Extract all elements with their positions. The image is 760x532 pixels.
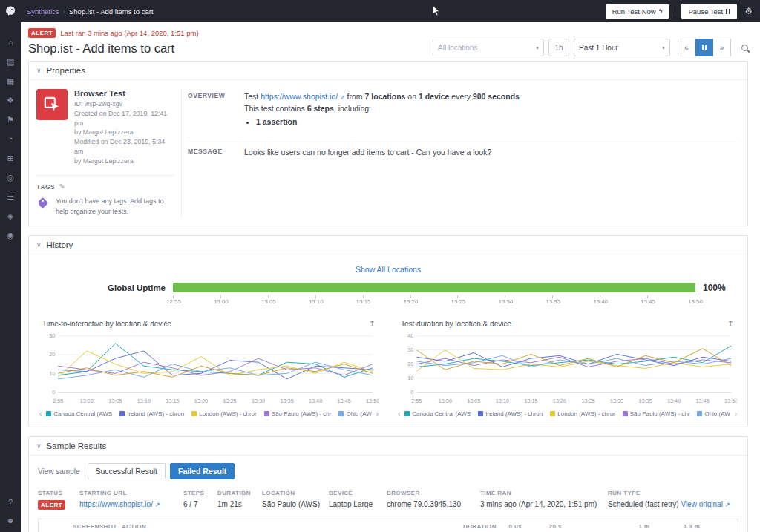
- export-chart-icon[interactable]: ↥: [369, 319, 376, 329]
- breadcrumb-current: Shop.ist - Add items to cart: [69, 7, 154, 16]
- svg-text:2:55: 2:55: [411, 398, 422, 404]
- column-header: SCREENSHOT: [73, 523, 122, 530]
- sidebar-item-monitors-icon[interactable]: ⚑: [4, 114, 17, 125]
- tab-failed-result[interactable]: Failed Result: [170, 463, 235, 479]
- export-chart-icon[interactable]: ↥: [727, 319, 734, 329]
- legend-item[interactable]: Ireland (AWS) - chron: [478, 410, 543, 417]
- pause-test-button[interactable]: Pause Test: [681, 4, 737, 19]
- settings-gear-icon[interactable]: ⚙: [744, 6, 753, 16]
- page-content: ALERT Last ran 3 mins ago (Apr 14, 2020,…: [21, 22, 760, 532]
- show-all-locations-link[interactable]: Show All Locations: [356, 265, 421, 274]
- column-header: ACTION: [122, 523, 380, 530]
- svg-text:30: 30: [49, 332, 55, 339]
- sidebar-item-infrastructure-icon[interactable]: ❖: [4, 95, 17, 106]
- timeline-tick: 13:40: [593, 298, 608, 305]
- svg-text:13:40: 13:40: [309, 398, 322, 404]
- test-duration-chart: 0102030402:5513:0013:0513:1013:1513:2013…: [398, 330, 737, 408]
- sidebar-item-events-icon[interactable]: ▤: [4, 56, 17, 68]
- legend-label: São Paulo (AWS) - chr: [630, 410, 690, 417]
- scale-tick: 0 us: [509, 523, 522, 530]
- svg-text:40: 40: [407, 332, 413, 339]
- timeline-tick: 13:50: [688, 298, 703, 305]
- filter-bar: All locations ▾ 1h Past 1 Hour ▾ « »: [433, 39, 748, 56]
- starting-url-link[interactable]: https://www.shopist.io/ ↗: [79, 500, 160, 508]
- time-back-button[interactable]: «: [678, 39, 695, 56]
- chevron-down-icon: ∨: [36, 442, 42, 450]
- timeline-tick: 13:25: [451, 298, 466, 305]
- legend-swatch: [404, 411, 410, 416]
- sidebar-item-metrics-icon[interactable]: ◔: [4, 134, 17, 145]
- edit-tags-icon[interactable]: ✎: [59, 183, 65, 191]
- sidebar-help-icon[interactable]: ?: [4, 497, 17, 508]
- legend-next-icon[interactable]: ›: [376, 410, 379, 418]
- svg-text:13:45: 13:45: [338, 398, 351, 404]
- run-test-now-button[interactable]: Run Test Now ϟ: [606, 4, 669, 19]
- history-section-header[interactable]: ∨ History: [29, 236, 747, 254]
- sidebar-item-apm-icon[interactable]: ◎: [4, 172, 17, 183]
- legend-prev-icon[interactable]: ‹: [398, 410, 400, 418]
- sidebar-item-dashboards-icon[interactable]: ▦: [4, 76, 17, 87]
- legend-item[interactable]: Canada Central (AWS: [46, 410, 112, 417]
- sidebar-item-integrations-icon[interactable]: ⊞: [4, 153, 17, 164]
- overview-assertion-item: 1 assertion: [256, 116, 520, 128]
- locations-filter-select[interactable]: All locations ▾: [433, 39, 544, 56]
- view-original-link[interactable]: View original ↗: [681, 500, 730, 508]
- svg-text:20: 20: [407, 361, 413, 367]
- sidebar-item-synthetics-icon[interactable]: ◉: [4, 230, 17, 241]
- legend-item[interactable]: London (AWS) - chror: [191, 410, 257, 417]
- sample-results-section-header[interactable]: ∨ Sample Results: [29, 437, 747, 456]
- global-uptime-row: Global Uptime 12:55 13:00 13:05 13:10 13…: [38, 283, 738, 307]
- legend-item[interactable]: Ohio (AWS) - chrome.: [697, 410, 730, 417]
- steps-table: SCREENSHOT ACTION DURATION 0 us 20 s 1 m…: [38, 519, 738, 532]
- test-url-link[interactable]: https://www.shopist.io/ ↗: [261, 92, 345, 101]
- time-forward-button[interactable]: »: [713, 39, 731, 56]
- legend-item[interactable]: London (AWS) - chror: [550, 410, 615, 417]
- column-header: RUN TYPE: [608, 490, 738, 496]
- legend-label: Ireland (AWS) - chron: [485, 410, 543, 417]
- locations-filter-value: All locations: [438, 44, 477, 52]
- column-header: DEVICE: [329, 490, 387, 496]
- legend-next-icon[interactable]: ›: [735, 410, 737, 418]
- result-location: São Paulo (AWS): [262, 500, 329, 508]
- sidebar-bottom-nav: ?☻: [4, 497, 17, 532]
- svg-text:13:15: 13:15: [524, 398, 537, 404]
- sidebar-item-watchdog-icon[interactable]: ⌂: [4, 37, 17, 48]
- sample-results-section-title: Sample Results: [47, 441, 107, 450]
- svg-text:13:05: 13:05: [467, 398, 480, 404]
- search-icon[interactable]: [741, 45, 748, 51]
- duration-chart-panel: Test duration by location & device ↥ 010…: [398, 319, 737, 418]
- message-label: MESSAGE: [188, 146, 235, 158]
- sidebar-item-logs-icon[interactable]: ☰: [4, 191, 17, 203]
- breadcrumb-synthetics-link[interactable]: Synthetics: [27, 7, 59, 16]
- uptime-bar[interactable]: [173, 283, 695, 292]
- legend-label: London (AWS) - chror: [557, 410, 615, 417]
- timeline-tick: 12:55: [166, 298, 181, 305]
- sample-tabs: View sample Successful Result Failed Res…: [38, 463, 738, 479]
- time-shortcut-button[interactable]: 1h: [548, 39, 569, 56]
- legend-item[interactable]: Canada Central (AWS: [404, 410, 471, 417]
- alert-status-badge: ALERT: [28, 28, 56, 38]
- breadcrumb-separator-icon: ›: [63, 7, 65, 16]
- svg-text:13:05: 13:05: [108, 398, 122, 404]
- legend-item[interactable]: Ireland (AWS) - chron: [119, 410, 184, 417]
- tab-successful-result[interactable]: Successful Result: [88, 463, 166, 479]
- tags-block: TAGS ✎ You don't have any tags. Add tags…: [36, 175, 174, 217]
- legend-item[interactable]: São Paulo (AWS) - chr: [623, 410, 690, 417]
- svg-text:13:20: 13:20: [194, 398, 208, 404]
- time-range-select[interactable]: Past 1 Hour ▾: [574, 39, 670, 56]
- column-header: DURATION: [463, 523, 502, 530]
- legend-item[interactable]: São Paulo (AWS) - chr: [264, 410, 332, 417]
- chevron-down-icon: ∨: [36, 241, 42, 249]
- properties-section: ∨ Properties Br: [28, 61, 748, 226]
- svg-text:13:35: 13:35: [280, 398, 293, 404]
- sidebar-item-security-icon[interactable]: ◈: [4, 211, 17, 222]
- created-by: by Margot Lepizzera: [74, 128, 174, 137]
- legend-item[interactable]: Ohio (AWS) - chrome.: [338, 410, 371, 417]
- topbar-divider: [675, 6, 675, 16]
- timeline-tick: 13:15: [356, 298, 371, 305]
- pause-live-button[interactable]: [695, 39, 713, 56]
- sidebar-user-icon[interactable]: ☻: [4, 515, 17, 526]
- properties-section-header[interactable]: ∨ Properties: [29, 62, 747, 80]
- datadog-logo[interactable]: [0, 0, 21, 21]
- legend-prev-icon[interactable]: ‹: [39, 410, 42, 418]
